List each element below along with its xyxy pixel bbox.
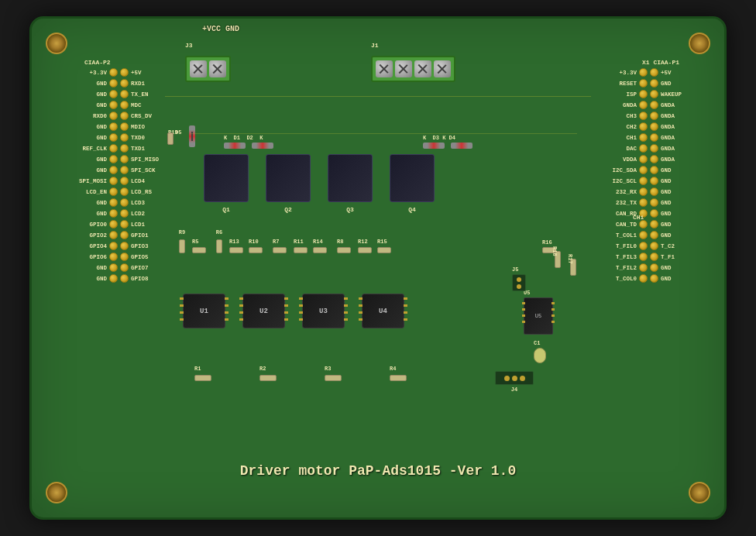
transistors-row: Q1 Q2 Q3 Q4 xyxy=(204,154,435,202)
terminal-screw-j3-2 xyxy=(209,60,226,77)
terminal-screw-j1-1 xyxy=(376,60,393,77)
terminal-screw-j1-4 xyxy=(434,60,451,77)
bottom-resistors: R1 R2 R3 R4 xyxy=(194,375,407,381)
terminal-j3: J3 xyxy=(185,40,193,49)
terminal-screw-j1-3 xyxy=(414,60,431,77)
board-title: Driver motor PaP-Ads1015 -Ver 1.0 xyxy=(240,463,516,479)
ciaa-p2-label: CIAA-P2 xyxy=(84,59,111,66)
vcc-gnd-label: +VCC GND xyxy=(202,25,239,33)
terminal-screw-j3-1 xyxy=(190,60,207,77)
j5-connector: J5 xyxy=(512,266,526,291)
c1-capacitor: C1 xyxy=(534,340,546,363)
trace-h1 xyxy=(165,96,591,97)
mount-hole-bl xyxy=(46,482,67,503)
ch1-detected-label: CHi xyxy=(633,214,644,221)
r19-body xyxy=(167,132,174,145)
d1-area: K D1 D2 K xyxy=(224,135,273,149)
j4-connector: J4 xyxy=(495,371,534,393)
pcb-board: +VCC GND J3 J1 CIAA-P2 X1 CIAA-P1 +3.3V+… xyxy=(29,16,727,520)
ciaa-p1-label: X1 CIAA-P1 xyxy=(642,59,679,66)
r17-area: R17 xyxy=(570,251,580,276)
left-pins: +3.3V+5V GNDRXD1 GNDTX_EN GNDMDC RXD0CRS… xyxy=(74,68,159,283)
trace-h2 xyxy=(191,133,577,134)
r18-area: R18 xyxy=(555,243,565,268)
mount-hole-tr xyxy=(689,33,710,54)
resistors-middle-row: R9 R5 R6 R13 R10 R7 R11 xyxy=(179,239,391,253)
d5-component xyxy=(189,125,195,147)
terminal-j1: J1 xyxy=(371,40,379,49)
right-pins: +3.3V+5V RESETGND ISPWAKEUP GNDAGNDA CH3… xyxy=(600,68,682,283)
terminal-screw-j1-2 xyxy=(395,60,412,77)
d3-area: K D3 K D4 xyxy=(423,135,472,149)
j1-label: J1 xyxy=(371,42,379,49)
ic-chips-row: U1 U2 xyxy=(183,294,404,328)
j3-label: J3 xyxy=(185,42,193,49)
u5-chip: U5 U5 xyxy=(524,290,553,335)
mount-hole-br xyxy=(689,482,710,503)
mount-hole-tl xyxy=(46,33,67,54)
